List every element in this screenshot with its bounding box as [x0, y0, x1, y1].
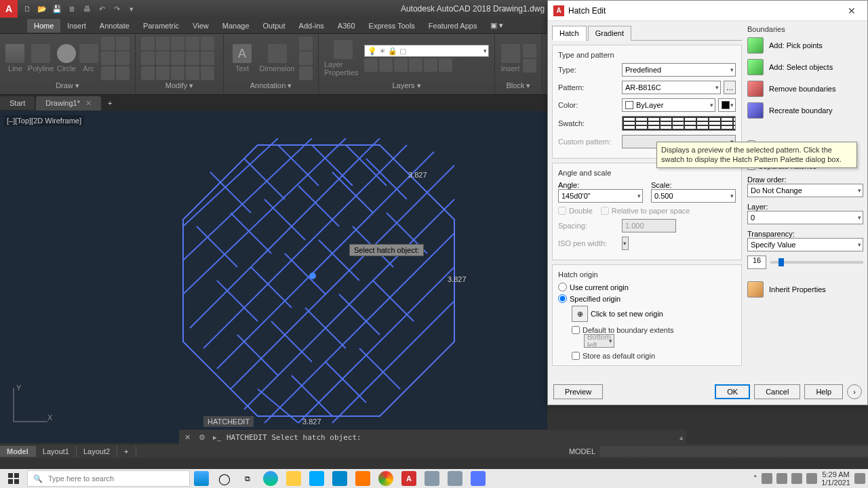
- status-osnap-icon[interactable]: [659, 446, 674, 457]
- tray-volume-icon[interactable]: [806, 473, 817, 484]
- tab-start[interactable]: Start: [0, 96, 35, 110]
- tray-network-icon[interactable]: [791, 473, 802, 484]
- modify-6[interactable]: [141, 52, 155, 65]
- modify-12[interactable]: [156, 66, 170, 80]
- new-icon[interactable]: 🗋: [20, 2, 34, 16]
- tab-addins[interactable]: Add-ins: [292, 19, 331, 33]
- layer-s4[interactable]: [409, 58, 422, 72]
- hatch-object[interactable]: [176, 138, 475, 436]
- ucs-icon[interactable]: YX: [7, 381, 54, 430]
- set-origin-icon[interactable]: ⊕: [572, 306, 588, 322]
- viewport-controls[interactable]: [–][Top][2D Wireframe]: [4, 115, 84, 126]
- recreate-boundary-button[interactable]: Recreate boundary: [747, 102, 863, 119]
- layer-combo-dlg[interactable]: 0▾: [747, 211, 863, 224]
- panel-modify-label[interactable]: Modify ▾: [141, 80, 218, 92]
- tab-extra-icon[interactable]: ▣ ▾: [484, 18, 510, 33]
- task-edge[interactable]: [259, 470, 282, 487]
- dialog-titlebar[interactable]: A Hatch Edit ✕: [548, 1, 867, 21]
- text-button[interactable]: AText: [229, 44, 255, 73]
- tab-insert[interactable]: Insert: [60, 19, 93, 33]
- tab-featured[interactable]: Featured Apps: [422, 19, 484, 33]
- inherit-properties-button[interactable]: Inherit Properties: [747, 281, 863, 298]
- cmdline-settings-icon[interactable]: ⚙: [197, 433, 208, 442]
- layer-props-button[interactable]: Layer Properties: [324, 40, 361, 77]
- scale-input[interactable]: 0.500▾: [651, 189, 736, 203]
- transparency-combo[interactable]: Specify Value▾: [747, 238, 863, 251]
- circle-button[interactable]: Circle: [56, 44, 76, 73]
- status-10[interactable]: [749, 446, 764, 457]
- modify-5[interactable]: [201, 37, 214, 50]
- task-10[interactable]: [467, 470, 490, 487]
- block-s2[interactable]: [523, 59, 536, 73]
- status-ortho-icon[interactable]: [629, 446, 644, 457]
- status-grid-icon[interactable]: [599, 446, 614, 457]
- start-button[interactable]: [0, 469, 27, 488]
- status-8[interactable]: [719, 446, 734, 457]
- transparency-slider[interactable]: [770, 261, 863, 264]
- status-13[interactable]: [793, 446, 808, 457]
- insert-button[interactable]: Insert: [500, 44, 520, 73]
- tray-chevron-icon[interactable]: ˄: [753, 474, 757, 483]
- expand-dialog-button[interactable]: ›: [847, 384, 862, 399]
- store-origin-checkbox[interactable]: Store as default origin: [572, 352, 736, 360]
- modify-7[interactable]: [156, 52, 170, 65]
- ok-button[interactable]: OK: [715, 384, 750, 399]
- anno-3[interactable]: [299, 66, 313, 80]
- layer-combo[interactable]: 💡 ☀ 🔒 ▢▾: [364, 45, 489, 57]
- preview-button[interactable]: Preview: [553, 384, 603, 399]
- layer-s5[interactable]: [424, 58, 437, 72]
- layer-s1[interactable]: [364, 58, 378, 72]
- task-8[interactable]: [420, 470, 443, 487]
- tab-home[interactable]: Home: [27, 19, 60, 33]
- modify-11[interactable]: [141, 66, 155, 80]
- block-s1[interactable]: [523, 44, 536, 58]
- status-5[interactable]: [674, 446, 689, 457]
- tray-2[interactable]: [776, 473, 787, 484]
- modify-10[interactable]: [201, 52, 214, 65]
- anno-1[interactable]: [299, 37, 313, 50]
- panel-block-label[interactable]: Block ▾: [500, 80, 536, 92]
- undo-icon[interactable]: ↶: [95, 2, 108, 16]
- tab-express[interactable]: Express Tools: [362, 19, 422, 33]
- status-snap-icon[interactable]: [614, 446, 629, 457]
- help-button[interactable]: Help: [804, 384, 843, 399]
- tab-parametric[interactable]: Parametric: [136, 19, 186, 33]
- open-icon[interactable]: 📂: [35, 2, 49, 16]
- layout-1[interactable]: Layout1: [36, 446, 77, 457]
- transparency-value[interactable]: 16: [747, 256, 766, 269]
- modify-15[interactable]: [201, 66, 214, 80]
- modify-9[interactable]: [186, 52, 199, 65]
- modify-13[interactable]: [171, 66, 184, 80]
- close-icon[interactable]: ✕: [85, 99, 92, 108]
- specified-radio[interactable]: Specified origin: [558, 294, 736, 303]
- modify-4[interactable]: [186, 37, 199, 50]
- panel-draw-label[interactable]: Draw ▾: [5, 80, 130, 92]
- color-combo[interactable]: ByLayer▾: [622, 98, 715, 112]
- tab-manage[interactable]: Manage: [216, 19, 256, 33]
- draw-small-1[interactable]: [101, 37, 115, 50]
- draw-order-combo[interactable]: Do Not Change▾: [747, 184, 863, 197]
- tab-gradient[interactable]: Gradient: [588, 26, 631, 41]
- swatch-preview[interactable]: [622, 116, 736, 131]
- select-objects-button[interactable]: Add: Select objects: [747, 59, 863, 75]
- status-6[interactable]: [689, 446, 704, 457]
- clock[interactable]: 5:29 AM1/1/2021: [821, 470, 850, 487]
- redo-icon[interactable]: ↷: [110, 2, 123, 16]
- task-store[interactable]: [305, 470, 328, 487]
- panel-layers-label[interactable]: Layers ▾: [324, 80, 489, 92]
- draw-small-3[interactable]: [101, 52, 115, 65]
- tab-annotate[interactable]: Annotate: [93, 19, 136, 33]
- draw-small-4[interactable]: [116, 52, 130, 65]
- task-autocad[interactable]: A: [397, 470, 420, 487]
- pick-points-button[interactable]: Add: Pick points: [747, 37, 863, 54]
- task-taskview[interactable]: ⧉: [236, 470, 259, 487]
- pattern-browse-button[interactable]: …: [724, 81, 736, 94]
- layer-s3[interactable]: [394, 58, 408, 72]
- layer-s2[interactable]: [379, 58, 393, 72]
- cmdline-history-icon[interactable]: ▴: [679, 433, 684, 442]
- command-line[interactable]: ✕ ⚙ ▸_ HATCHEDIT Select hatch object: ▴: [179, 430, 686, 445]
- status-17[interactable]: [853, 446, 868, 457]
- layer-s6[interactable]: [439, 58, 452, 72]
- modify-2[interactable]: [156, 37, 170, 50]
- draw-small-2[interactable]: [116, 37, 130, 50]
